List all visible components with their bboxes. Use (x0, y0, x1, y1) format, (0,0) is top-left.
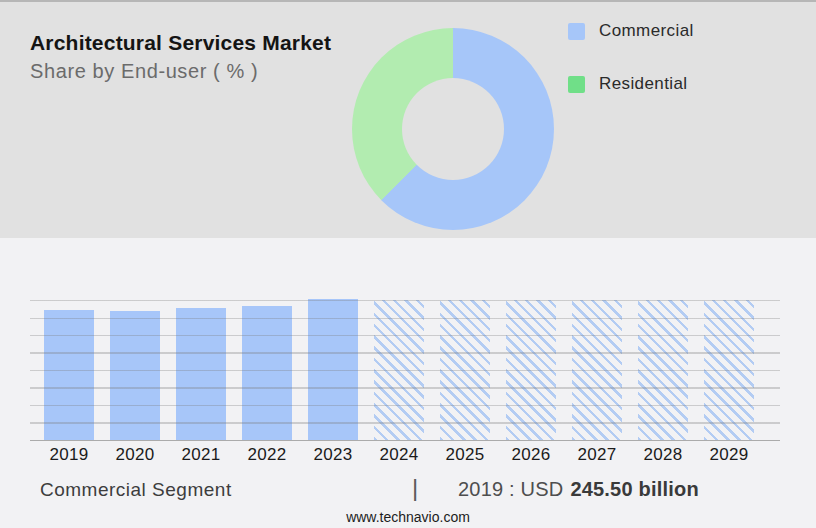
bar-2021 (176, 308, 226, 440)
bar-2025-forecast (440, 300, 490, 440)
donut-chart (352, 28, 554, 230)
x-tick-2025: 2025 (432, 445, 498, 465)
bar-slot-2019: 2019 (36, 300, 102, 440)
x-tick-2019: 2019 (36, 445, 102, 465)
bar-slot-2029: 2029 (696, 300, 762, 440)
x-tick-2024: 2024 (366, 445, 432, 465)
bar-slot-2021: 2021 (168, 300, 234, 440)
bar-2026-forecast (506, 300, 556, 440)
x-tick-2022: 2022 (234, 445, 300, 465)
value-prefix: 2019 : USD (458, 478, 563, 500)
residential-swatch-icon (568, 76, 585, 93)
bar-2027-forecast (572, 300, 622, 440)
bar-slot-2022: 2022 (234, 300, 300, 440)
bar-2028-forecast (638, 300, 688, 440)
page-title: Architectural Services Market (30, 31, 331, 55)
legend-item-residential: Residential (568, 74, 694, 94)
bar-slot-2028: 2028 (630, 300, 696, 440)
bar-2022 (242, 306, 292, 440)
bar-chart-panel: 2019202020212022202320242025202620272028… (0, 238, 816, 528)
legend-label-residential: Residential (599, 74, 688, 94)
x-tick-2028: 2028 (630, 445, 696, 465)
x-tick-2026: 2026 (498, 445, 564, 465)
commercial-swatch-icon (568, 23, 585, 40)
bar-slot-2027: 2027 (564, 300, 630, 440)
bar-slot-2025: 2025 (432, 300, 498, 440)
bar-2023 (308, 299, 358, 440)
x-tick-2023: 2023 (300, 445, 366, 465)
footer-separator: | (412, 474, 418, 502)
segment-label: Commercial Segment (40, 479, 232, 501)
x-tick-2027: 2027 (564, 445, 630, 465)
bar-slot-2020: 2020 (102, 300, 168, 440)
donut-hole (402, 78, 504, 180)
segment-value: 2019 : USD245.50 billion (458, 478, 699, 501)
bar-slot-2026: 2026 (498, 300, 564, 440)
bar-2020 (110, 311, 160, 440)
value-amount: 245.50 billion (570, 478, 698, 500)
legend-item-commercial: Commercial (568, 21, 694, 41)
page-subtitle: Share by End-user ( % ) (30, 60, 258, 83)
x-tick-2020: 2020 (102, 445, 168, 465)
x-tick-2021: 2021 (168, 445, 234, 465)
bar-chart: 2019202020212022202320242025202620272028… (30, 300, 780, 441)
bar-2024-forecast (374, 300, 424, 440)
bar-2029-forecast (704, 300, 754, 440)
x-tick-2029: 2029 (696, 445, 762, 465)
website-url: www.technavio.com (0, 509, 816, 525)
bar-2019 (44, 310, 94, 440)
header-panel: Architectural Services Market Share by E… (0, 2, 816, 238)
legend-label-commercial: Commercial (599, 21, 694, 41)
bar-slot-2023: 2023 (300, 300, 366, 440)
chart-legend: CommercialResidential (568, 21, 694, 127)
bar-slot-2024: 2024 (366, 300, 432, 440)
